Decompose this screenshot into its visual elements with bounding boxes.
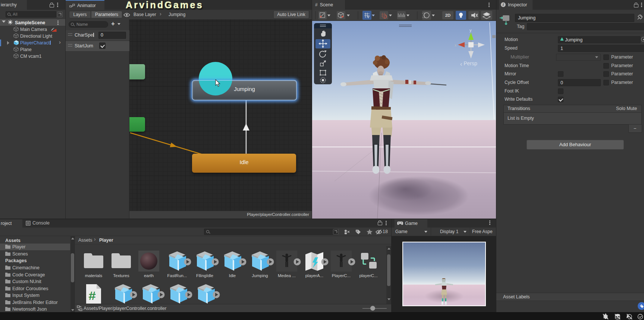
svg-text:Y: Y <box>367 15 370 19</box>
svg-text:x: x <box>455 43 456 47</box>
svg-text:y: y <box>469 28 472 32</box>
svg-text:#: # <box>88 289 96 304</box>
